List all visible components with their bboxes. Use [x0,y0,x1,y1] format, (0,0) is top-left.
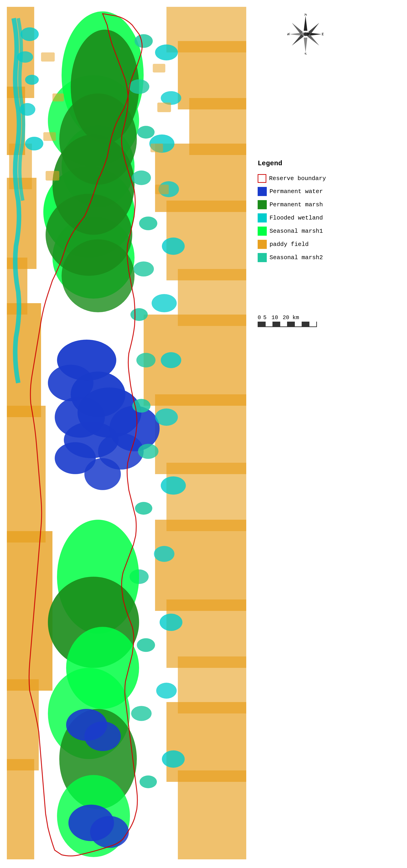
svg-text:S: S [305,52,307,55]
svg-rect-93 [157,102,171,112]
svg-rect-23 [166,702,246,782]
svg-rect-88 [41,53,55,62]
svg-rect-90 [43,132,56,141]
legend-swatch-permanent-water [258,187,267,196]
svg-point-47 [25,75,39,85]
svg-rect-20 [155,520,246,611]
scale-ruler [258,321,317,327]
scale-label-20: 20 km [283,315,299,321]
svg-point-76 [131,706,152,721]
legend-swatch-paddy-field [258,240,267,249]
legend-label-permanent-marsh: Permanent marsh [270,201,323,208]
svg-rect-95 [155,185,169,194]
svg-point-70 [136,353,156,367]
svg-point-49 [25,137,43,150]
svg-rect-89 [53,93,64,101]
legend-item-paddy-field: paddy field [258,240,395,249]
legend-item-reserve: Reserve boundary [258,174,395,183]
svg-point-85 [84,721,121,751]
svg-rect-24 [178,770,246,859]
svg-text:E: E [322,32,324,36]
legend-title: Legend [258,160,395,167]
svg-rect-91 [45,171,59,181]
svg-marker-97 [304,38,307,53]
svg-point-66 [132,170,151,185]
svg-text:W: W [287,32,290,36]
svg-point-67 [139,217,157,230]
scale-seg-7 [302,321,309,327]
svg-marker-96 [304,16,307,31]
svg-point-43 [84,458,121,490]
scale-bar: 0 5 10 20 km [258,315,317,327]
svg-rect-94 [151,144,163,152]
scale-seg-6 [295,321,302,327]
svg-point-54 [162,238,185,255]
svg-point-50 [155,44,178,60]
scale-label-5: 5 [263,315,266,321]
scale-seg-5 [287,321,295,327]
scale-seg-1 [258,321,265,327]
svg-point-72 [138,444,158,459]
svg-point-45 [21,27,39,41]
scale-seg-4 [280,321,287,327]
legend-item-permanent-marsh: Permanent marsh [258,200,395,209]
svg-rect-6 [7,303,41,417]
svg-point-48 [20,103,35,116]
svg-point-60 [160,614,182,631]
scale-numbers: 0 5 10 20 km [258,315,317,321]
legend-swatch-seasonal-marsh1 [258,226,267,236]
svg-point-55 [152,294,177,312]
svg-point-63 [134,34,153,48]
svg-point-75 [137,638,155,652]
legend-label-seasonal-marsh2: Seasonal marsh2 [270,254,323,261]
svg-point-69 [130,308,148,321]
legend-item-seasonal-marsh2: Seasonal marsh2 [258,253,395,262]
svg-marker-102 [307,34,319,45]
svg-marker-101 [292,23,303,34]
scale-seg-2 [265,321,273,327]
legend-item-flooded-wetland: Flooded wetland [258,213,395,222]
svg-point-62 [162,750,185,768]
svg-text:N: N [304,14,307,17]
legend-item-permanent-water: Permanent water [258,187,395,196]
scale-label-10: 10 [272,315,278,321]
legend-label-reserve: Reserve boundary [269,175,326,182]
svg-point-64 [129,79,149,94]
svg-point-56 [161,352,181,368]
svg-point-65 [137,126,155,138]
svg-point-46 [17,51,33,63]
svg-point-59 [154,546,175,562]
legend-item-seasonal-marsh1: Seasonal marsh1 [258,226,395,236]
map-svg [7,7,246,859]
svg-point-104 [304,32,307,36]
svg-rect-18 [155,394,246,474]
map-area [7,7,246,859]
svg-marker-103 [292,34,304,45]
scale-seg-3 [273,321,280,327]
svg-rect-7 [7,406,45,542]
svg-rect-92 [153,64,165,72]
legend-swatch-flooded-wetland [258,213,267,222]
scale-label-0: 0 [258,315,261,321]
legend-swatch-permanent-marsh [258,200,267,209]
svg-rect-17 [144,315,246,406]
svg-point-61 [156,683,177,699]
legend-swatch-reserve [258,174,266,183]
page-container: N S E W Legend Reserve boundary Permanen… [0,0,407,868]
legend-label-permanent-water: Permanent water [270,188,323,195]
svg-point-68 [133,261,154,277]
legend-swatch-seasonal-marsh2 [258,253,267,262]
scale-seg-8 [309,321,316,327]
svg-point-77 [139,775,157,788]
legend-panel: Legend Reserve boundary Permanent water … [258,160,395,266]
legend-label-paddy-field: paddy field [270,241,309,248]
legend-label-flooded-wetland: Flooded wetland [270,215,323,221]
svg-point-57 [155,408,178,426]
svg-point-34 [62,239,134,312]
svg-point-58 [161,476,186,495]
legend-label-seasonal-marsh1: Seasonal marsh1 [270,228,323,235]
svg-rect-9 [7,679,39,770]
svg-point-87 [90,816,129,848]
north-arrow: N S E W [287,14,324,55]
svg-point-73 [135,502,152,515]
